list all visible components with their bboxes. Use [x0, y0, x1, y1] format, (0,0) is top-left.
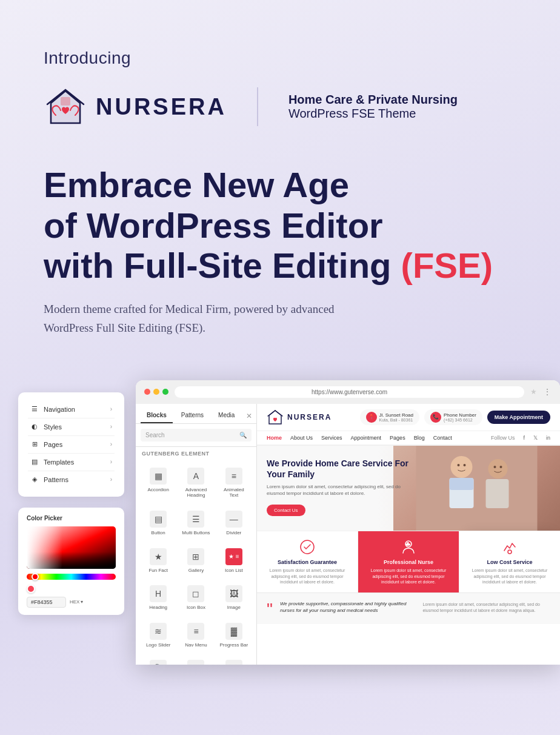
page-wrapper: Introducing NURSERA	[0, 0, 560, 735]
hero-title-part2: of WordPress Editor	[44, 206, 383, 245]
block-icon-social-share: ⊡	[225, 660, 242, 664]
hero-title-part3: with Full-Site Editing	[44, 246, 401, 285]
dot-yellow[interactable]	[153, 389, 159, 395]
svg-rect-14	[405, 543, 410, 545]
color-hue-bar[interactable]	[27, 574, 116, 580]
nav-item-services[interactable]: Services	[321, 435, 342, 441]
color-gradient-area[interactable]	[27, 526, 116, 569]
nursera-small-logo: NURSERA	[267, 409, 332, 426]
block-label-multi-buttons: Multi Buttons	[182, 530, 210, 536]
nurse-icon	[400, 539, 417, 555]
block-item-multi-buttons[interactable]: ☰ Multi Buttons	[178, 506, 213, 541]
hero-image-area	[393, 446, 560, 531]
make-appointment-button[interactable]: Make Appointment	[487, 411, 550, 424]
block-item-icon-box[interactable]: ◻ Icon Box	[178, 580, 213, 616]
quote-content: We provide supportive, compassionate and…	[280, 600, 415, 616]
hero-contact-button[interactable]: Contact Us	[267, 505, 305, 516]
block-item-fun-fact[interactable]: ★ Fun Fact	[141, 543, 176, 579]
nursera-site-header: NURSERA 📍 Jl. Sunset Road Kuta, Bali - 8…	[257, 404, 560, 431]
navigation-icon: ☰	[30, 405, 39, 414]
block-item-social-share[interactable]: ⊡ Social Share	[216, 655, 252, 664]
wp-editor-sidebar: Blocks Patterns Media ✕ Search 🔍 GUTENBE…	[136, 404, 257, 665]
phone-label: Phone Number	[444, 412, 476, 418]
satisfaction-icon	[299, 539, 316, 555]
color-circle-indicator	[27, 585, 35, 593]
block-item-logo-slider[interactable]: ≋ Logo Slider	[141, 618, 176, 653]
block-item-icon-list[interactable]: ★ ≡ Icon List	[216, 543, 252, 579]
nursera-site-logo-text: NURSERA	[287, 413, 332, 421]
block-label-icon-box: Icon Box	[187, 605, 205, 611]
service-title-low-cost: Low Cost Service	[465, 559, 554, 565]
block-icon-icon-list: ★ ≡	[225, 548, 242, 565]
services-strip: Satisfaction Guarantee Lorem ipsum dolor…	[257, 531, 560, 592]
nav-item-pages[interactable]: Pages	[390, 435, 405, 441]
nav-item-home[interactable]: Home	[267, 435, 282, 441]
nav-panel-item-pages[interactable]: ⊞ Pages ›	[28, 436, 115, 454]
nav-panel-item-templates[interactable]: ▤ Templates ›	[28, 454, 115, 471]
block-item-divider[interactable]: — Divider	[216, 506, 252, 541]
block-item-nav-menu[interactable]: ≡ Nav Menu	[178, 618, 213, 653]
chevron-icon-patterns: ›	[110, 476, 112, 483]
hex-input-field[interactable]: #F84355	[27, 597, 66, 608]
browser-dots	[144, 389, 168, 395]
hex-dropdown[interactable]: HEX ▾	[70, 599, 83, 605]
quote-section: " We provide supportive, compassionate a…	[257, 592, 560, 623]
block-label-logo-slider: Logo Slider	[146, 642, 170, 648]
tagline-line1: Home Care & Private Nursing	[288, 93, 458, 107]
block-item-animated-text[interactable]: ≡ Animated Text	[216, 463, 252, 503]
block-label-icon-list: Icon List	[225, 568, 243, 574]
block-item-gallery[interactable]: ⊞ Gallery	[178, 543, 213, 579]
block-item-search[interactable]: 🔍 Search	[141, 655, 176, 664]
hex-label-text: HEX	[70, 599, 79, 605]
social-instagram-icon[interactable]: in	[546, 435, 550, 441]
blocks-section-label: GUTENBERG ELEMENT	[136, 447, 256, 460]
preview-section: ☰ Navigation › ◐ Styles › ⊞ Pages	[0, 356, 560, 665]
nav-panel-item-navigation[interactable]: ☰ Navigation ›	[28, 401, 115, 418]
social-twitter-icon[interactable]: 𝕏	[533, 435, 538, 441]
nav-panel-item-patterns[interactable]: ◈ Patterns ›	[28, 471, 115, 488]
nav-item-blog[interactable]: Blog	[414, 435, 425, 441]
dot-green[interactable]	[162, 389, 168, 395]
search-icon: 🔍	[239, 432, 247, 438]
intro-section: Introducing NURSERA	[0, 0, 560, 153]
nav-item-label-styles: Styles	[44, 423, 62, 431]
color-hue-thumb[interactable]	[32, 573, 39, 580]
wp-tab-patterns[interactable]: Patterns	[175, 409, 210, 423]
chevron-icon-pages: ›	[110, 441, 112, 448]
block-item-progress-bar[interactable]: ▓ Progress Bar	[216, 618, 252, 653]
block-label-nav-menu: Nav Menu	[185, 642, 207, 648]
wp-search-inner[interactable]: Search 🔍	[141, 429, 252, 441]
logo-area: NURSERA	[44, 85, 227, 129]
hero-fse-text: (FSE)	[401, 246, 493, 285]
dropdown-chevron-icon: ▾	[81, 599, 83, 605]
block-icon-heading: H	[150, 585, 167, 602]
svg-point-7	[458, 464, 460, 466]
wp-tab-media[interactable]: Media	[212, 409, 241, 423]
browser-url-bar[interactable]: https://www.gutenverse.com	[175, 386, 524, 398]
wp-tab-blocks[interactable]: Blocks	[141, 409, 173, 423]
patterns-icon: ◈	[30, 475, 39, 484]
color-panel-title: Color Picker	[27, 515, 116, 522]
sidebar-close-button[interactable]: ✕	[243, 409, 255, 423]
svg-point-5	[488, 459, 508, 478]
social-facebook-icon[interactable]: f	[523, 435, 525, 441]
nav-item-contact[interactable]: Contact	[433, 435, 452, 441]
browser-menu-icon[interactable]: ⋮	[543, 387, 552, 397]
nav-item-about[interactable]: About Us	[290, 435, 313, 441]
nav-panel-item-styles[interactable]: ◐ Styles ›	[28, 418, 115, 436]
phone-number: (+62) 345 6612	[444, 418, 476, 422]
nav-item-label-navigation: Navigation	[44, 406, 75, 413]
browser-star-icon[interactable]: ★	[530, 388, 537, 396]
block-item-accordion[interactable]: ▦ Accordion	[141, 463, 176, 503]
styles-icon: ◐	[30, 423, 39, 431]
block-item-image[interactable]: 🖼 Image	[216, 580, 252, 616]
nav-item-appointment[interactable]: Appointment	[351, 435, 382, 441]
browser-content: Blocks Patterns Media ✕ Search 🔍 GUTENBE…	[136, 404, 560, 665]
block-item-advanced-heading[interactable]: A Advanced Heading	[178, 463, 213, 503]
block-label-fun-fact: Fun Fact	[148, 568, 168, 574]
block-item-heading[interactable]: H Heading	[141, 580, 176, 616]
block-item-button[interactable]: ▤ Button	[141, 506, 176, 541]
block-item-social-icons[interactable]: ♥ Social Icons	[178, 655, 213, 664]
nav-item-label-templates: Templates	[44, 458, 74, 466]
dot-red[interactable]	[144, 389, 150, 395]
